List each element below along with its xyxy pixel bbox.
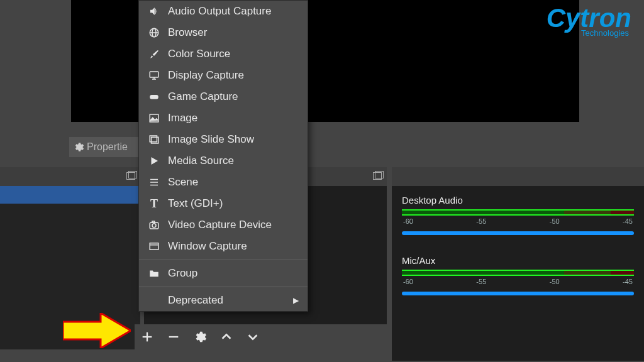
menu-label: Image Slide Show [168,133,254,146]
volume-meter [402,270,634,276]
properties-label: Propertie [87,141,128,153]
svg-rect-19 [152,221,155,222]
globe-icon [148,26,160,39]
menu-label: Window Capture [168,240,247,253]
annotation-arrow [63,313,131,348]
svg-rect-9 [150,95,158,99]
menu-separator [139,287,308,287]
volume-slider[interactable] [402,292,634,295]
menu-item-text[interactable]: T Text (GDI+) [139,193,308,214]
meter-ticks: -60 -55 -50 -45 [402,278,634,285]
properties-button[interactable]: Propertie [69,137,145,157]
gear-icon [73,141,84,153]
menu-label: Group [168,267,197,280]
menu-item-game-capture[interactable]: Game Capture [139,86,308,107]
menu-label: Display Capture [168,69,244,82]
window-icon [148,240,160,253]
add-source-menu: Audio Output Capture Browser Color Sourc… [138,0,308,312]
move-up-button[interactable] [219,329,234,344]
submenu-arrow-icon: ▶ [293,296,299,305]
svg-rect-6 [150,72,158,77]
menu-item-media-source[interactable]: Media Source [139,150,308,172]
scene-item-selected[interactable] [0,186,140,204]
play-icon [148,155,160,167]
menu-item-video-capture[interactable]: Video Capture Device [139,214,308,236]
menu-separator [139,260,308,260]
volume-slider[interactable] [402,231,634,235]
menu-label: Deprecated [168,294,223,307]
menu-label: Scene [168,176,198,189]
scenes-panel-header[interactable] [0,167,140,186]
source-settings-button[interactable] [192,329,208,344]
menu-item-deprecated[interactable]: Deprecated ▶ [139,290,308,311]
meter-ticks: -60 -55 -50 -45 [402,217,634,225]
menu-label: Audio Output Capture [168,5,271,18]
camera-icon [148,219,160,231]
text-icon: T [148,197,160,210]
menu-item-scene[interactable]: Scene [139,172,308,193]
volume-meter [402,209,634,216]
svg-rect-20 [150,243,158,250]
sources-toolbar [135,324,389,349]
menu-item-window-capture[interactable]: Window Capture [139,236,308,257]
menu-item-group[interactable]: Group [139,263,308,284]
slideshow-icon [148,133,160,146]
menu-label: Game Capture [168,90,238,103]
svg-point-18 [152,224,156,228]
audio-mixer-panel: Desktop Audio -60 -55 -50 -45 Mic/Aux -6… [392,186,644,361]
svg-marker-22 [63,313,131,348]
menu-label: Browser [168,26,207,39]
menu-label: Color Source [168,48,230,60]
mixer-channel-mic: Mic/Aux -60 -55 -50 -45 [402,255,634,295]
restore-icon[interactable] [373,172,382,180]
menu-label: Text (GDI+) [168,197,223,210]
svg-marker-13 [152,157,158,165]
menu-item-slideshow[interactable]: Image Slide Show [139,129,308,150]
folder-icon [148,267,160,280]
menu-item-audio-output[interactable]: Audio Output Capture [139,1,308,22]
monitor-icon [148,69,160,82]
menu-item-image[interactable]: Image [139,107,308,129]
menu-label: Media Source [168,155,234,167]
menu-label: Image [168,112,197,124]
menu-item-browser[interactable]: Browser [139,22,308,43]
brand-logo: Cytron Technologies [547,5,631,37]
restore-icon[interactable] [126,172,135,180]
mixer-channel-label: Desktop Audio [402,195,634,206]
menu-label: Video Capture Device [168,219,272,231]
gamepad-icon [148,90,160,103]
menu-item-color-source[interactable]: Color Source [139,43,308,65]
mixer-panel-header[interactable] [392,167,644,186]
image-icon [148,112,160,124]
add-source-button[interactable] [140,329,155,344]
mixer-channel-desktop: Desktop Audio -60 -55 -50 -45 [402,195,634,235]
mixer-channel-label: Mic/Aux [402,255,634,266]
brush-icon [148,48,160,60]
menu-item-display-capture[interactable]: Display Capture [139,65,308,86]
move-down-button[interactable] [245,329,260,344]
remove-source-button[interactable] [166,329,181,344]
list-icon [148,176,160,189]
speaker-icon [148,5,160,18]
blank-icon [148,294,160,307]
